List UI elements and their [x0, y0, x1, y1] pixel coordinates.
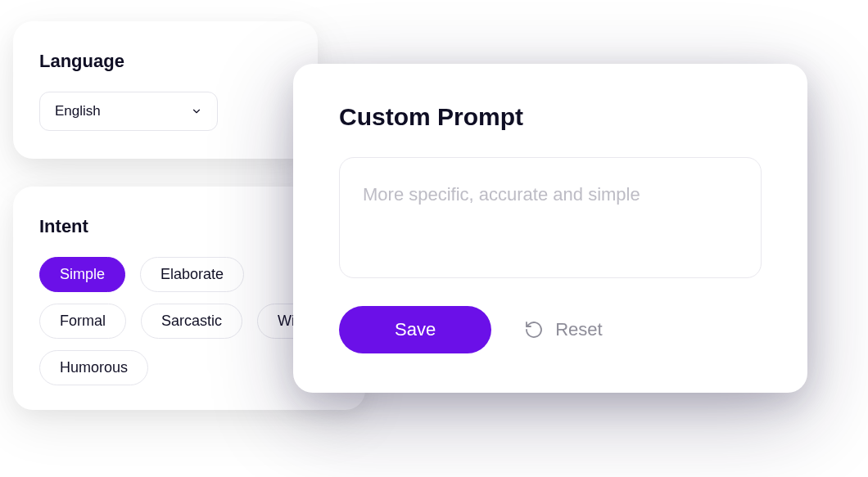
custom-prompt-card: Custom Prompt Save Reset	[293, 64, 807, 393]
save-button[interactable]: Save	[339, 306, 491, 353]
chevron-down-icon	[191, 106, 202, 117]
intent-chip-sarcastic[interactable]: Sarcastic	[141, 304, 242, 339]
language-title: Language	[39, 51, 292, 72]
intent-chip-formal[interactable]: Formal	[39, 304, 126, 339]
reset-button[interactable]: Reset	[524, 319, 602, 340]
reset-label: Reset	[555, 319, 602, 340]
prompt-actions: Save Reset	[339, 306, 762, 353]
language-selected-value: English	[55, 103, 101, 119]
intent-chip-humorous[interactable]: Humorous	[39, 350, 148, 385]
custom-prompt-input[interactable]	[339, 157, 762, 278]
custom-prompt-title: Custom Prompt	[339, 103, 762, 131]
language-dropdown[interactable]: English	[39, 92, 218, 131]
intent-chip-simple[interactable]: Simple	[39, 257, 125, 292]
language-card: Language English	[13, 21, 318, 159]
intent-chip-elaborate[interactable]: Elaborate	[140, 257, 244, 292]
reset-icon	[524, 320, 544, 340]
